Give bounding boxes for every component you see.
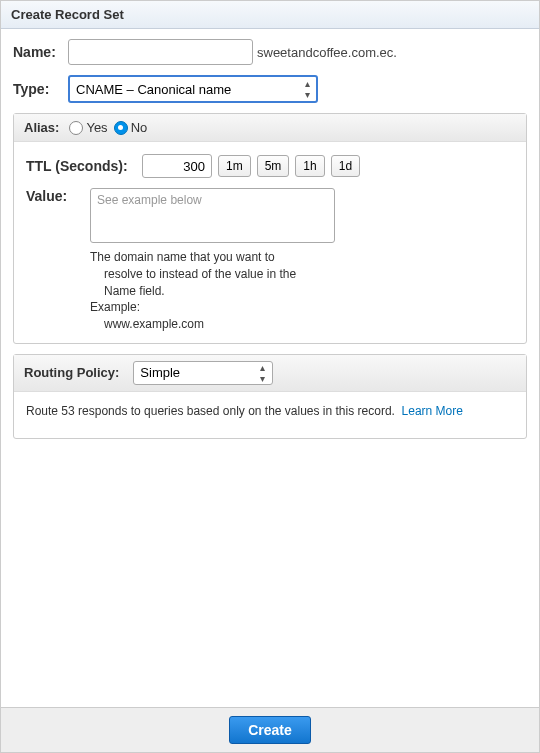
domain-suffix: sweetandcoffee.com.ec.	[257, 45, 397, 60]
ttl-preset-5m[interactable]: 5m	[257, 155, 290, 177]
create-button[interactable]: Create	[229, 716, 311, 744]
radio-icon	[114, 121, 128, 135]
ttl-preset-1d[interactable]: 1d	[331, 155, 360, 177]
footer: Create	[1, 707, 539, 752]
alias-panel: Alias: Yes No TTL (Seconds): 1m 5m 1h 1d…	[13, 113, 527, 344]
type-row: Type: CNAME – Canonical name ▴▾	[13, 75, 527, 103]
alias-yes-radio[interactable]: Yes	[69, 120, 107, 135]
alias-header: Alias: Yes No	[14, 114, 526, 142]
ttl-label: TTL (Seconds):	[26, 158, 136, 174]
ttl-preset-1h[interactable]: 1h	[295, 155, 324, 177]
value-row: Value:	[26, 188, 514, 243]
alias-body: TTL (Seconds): 1m 5m 1h 1d Value: The do…	[14, 142, 526, 343]
type-label: Type:	[13, 81, 68, 97]
routing-panel: Routing Policy: Simple ▴▾ Route 53 respo…	[13, 354, 527, 439]
form-content: Name: sweetandcoffee.com.ec. Type: CNAME…	[1, 29, 539, 439]
name-row: Name: sweetandcoffee.com.ec.	[13, 39, 527, 65]
name-input[interactable]	[68, 39, 253, 65]
radio-icon	[69, 121, 83, 135]
learn-more-link[interactable]: Learn More	[402, 404, 463, 418]
routing-description: Route 53 responds to queries based only …	[14, 392, 526, 438]
routing-header: Routing Policy: Simple ▴▾	[14, 355, 526, 392]
alias-no-label: No	[131, 120, 148, 135]
ttl-preset-1m[interactable]: 1m	[218, 155, 251, 177]
type-select[interactable]: CNAME – Canonical name	[68, 75, 318, 103]
value-label: Value:	[26, 188, 76, 204]
value-textarea[interactable]	[90, 188, 335, 243]
name-label: Name:	[13, 44, 68, 60]
ttl-input[interactable]	[142, 154, 212, 178]
alias-yes-label: Yes	[86, 120, 107, 135]
alias-no-radio[interactable]: No	[114, 120, 148, 135]
panel-title: Create Record Set	[1, 1, 539, 29]
value-help-text: The domain name that you want to resolve…	[90, 249, 514, 333]
routing-select[interactable]: Simple	[133, 361, 273, 385]
routing-label: Routing Policy:	[24, 365, 119, 380]
alias-label: Alias:	[24, 120, 59, 135]
ttl-row: TTL (Seconds): 1m 5m 1h 1d	[26, 154, 514, 178]
